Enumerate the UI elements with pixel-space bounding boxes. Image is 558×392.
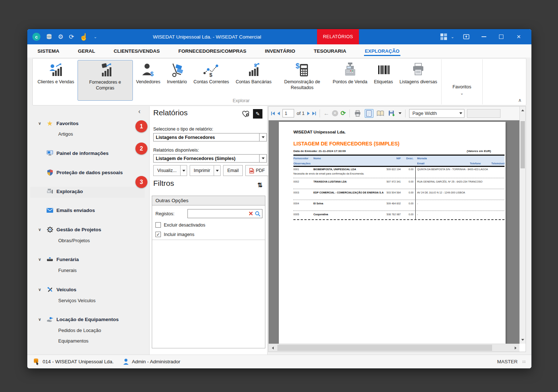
previous-page-button[interactable]	[277, 112, 280, 115]
scroll-right-icon[interactable]	[511, 344, 519, 352]
ribbon-item-etiquetas[interactable]: Etiquetas	[371, 60, 396, 101]
minimize-button[interactable]	[478, 29, 489, 44]
resize-grip[interactable]	[523, 361, 526, 363]
horizontal-scroll-thumb[interactable]	[277, 345, 492, 351]
clear-search-icon[interactable]: ✕	[249, 211, 253, 217]
print-dropdown-arrow[interactable]	[214, 165, 220, 176]
ribbon-item-clientes-e-vendas[interactable]: Clientes e Vendas	[34, 60, 78, 101]
zoom-select[interactable]: Page Width	[409, 109, 464, 118]
export-save-icon[interactable]	[387, 109, 396, 118]
scroll-down-icon[interactable]	[520, 337, 526, 343]
favorite-add-icon[interactable]	[241, 110, 250, 119]
tab-inventario[interactable]: INVENTÁRIO	[264, 46, 296, 56]
tab-exploracao[interactable]: EXPLORAÇÃO	[364, 46, 400, 56]
refresh-icon[interactable]: ⟳	[69, 34, 74, 40]
vertical-scroll-thumb[interactable]	[521, 121, 525, 168]
exclude-disabled-checkbox-row[interactable]: Excluir desactivados	[155, 222, 205, 228]
sidebar-group-veiculos[interactable]: ∨ Veículos	[38, 287, 76, 293]
sidebar-item-exploracao[interactable]: Exploração	[45, 189, 83, 194]
print-split-button[interactable]: Imprimir	[190, 165, 221, 176]
filters-refresh-icon[interactable]: ⇄	[256, 182, 264, 187]
page-number-input[interactable]: 1	[282, 109, 294, 117]
layout-chevron-icon[interactable]: ⌄	[449, 29, 456, 44]
sidebar-item-equipamentos[interactable]: Equipamentos	[58, 338, 88, 344]
close-button[interactable]: ×	[513, 29, 524, 44]
scroll-left-icon[interactable]	[269, 344, 277, 352]
print-layout-icon[interactable]	[365, 109, 373, 118]
dropdown-arrow-icon[interactable]	[259, 133, 266, 141]
dropdown-arrow-icon[interactable]	[458, 112, 464, 114]
chevron-down-icon[interactable]: ∨	[38, 287, 45, 292]
sidebar-item-obras-projetos[interactable]: Obras/Projetos	[58, 238, 90, 243]
include-images-checkbox-row[interactable]: ✓ Incluir imagens	[155, 232, 194, 237]
refresh-report-icon[interactable]: ⟳	[341, 109, 346, 117]
settings-gear-icon[interactable]: ⚙	[58, 34, 63, 40]
ribbon-item-contas-bancarias[interactable]: $ Contas Bancárias	[232, 60, 275, 101]
horizontal-scrollbar[interactable]	[269, 344, 519, 352]
registos-input[interactable]	[189, 209, 243, 218]
ribbon-item-inventario[interactable]: Inventário	[164, 60, 190, 101]
sidebar-group-gestao-projetos[interactable]: ∨ Gestão de Projetos	[38, 227, 101, 233]
email-button[interactable]: Email	[223, 165, 242, 176]
sidebar-group-funeraria[interactable]: ∨ Funerária	[38, 257, 79, 262]
registos-search-field[interactable]: ✕	[187, 209, 262, 218]
ribbon-item-pontos-de-venda[interactable]: Pontos de Venda	[329, 60, 371, 101]
sidebar-item-pedidos-locacao[interactable]: Pedidos de Locação	[58, 328, 101, 333]
maximize-button[interactable]	[496, 29, 507, 44]
available-reports-select[interactable]: Listagem de Fornecedores (Simples)	[153, 154, 267, 163]
vertical-scrollbar[interactable]	[519, 107, 526, 344]
chevron-down-icon[interactable]: ∨	[38, 227, 45, 232]
sidebar-item-servicos-veiculos[interactable]: Serviços Veículos	[58, 298, 96, 303]
restore-window-icon[interactable]	[461, 29, 472, 44]
export-dropdown-arrow[interactable]	[399, 112, 401, 114]
edit-report-icon[interactable]: ✎	[253, 109, 262, 119]
tab-sistema[interactable]: SISTEMA	[37, 46, 60, 56]
tab-fornecedores-compras[interactable]: FORNECEDORES/COMPRAS	[178, 46, 247, 56]
checkbox-checked-icon[interactable]: ✓	[155, 232, 161, 237]
cancel-rendering-icon[interactable]: ✕	[332, 110, 338, 116]
find-text-input[interactable]	[467, 109, 500, 118]
back-button[interactable]: ←	[324, 110, 329, 117]
tab-tesouraria[interactable]: TESOURARIA	[313, 46, 347, 56]
ribbon-collapse-icon[interactable]: ∧	[518, 97, 522, 103]
company-status[interactable]: 014 - WISEDAT Unipessoal Lda.	[33, 358, 114, 365]
first-page-button[interactable]	[271, 112, 275, 115]
page-setup-icon[interactable]	[376, 109, 385, 118]
sidebar-item-painel-informacoes[interactable]: Painel de informações	[45, 150, 108, 156]
touch-mode-chevron-icon[interactable]: ⌄	[94, 35, 97, 39]
checkbox-unchecked-icon[interactable]	[155, 222, 161, 228]
layout-grid-icon[interactable]	[438, 29, 449, 44]
touch-mode-icon[interactable]: ☝	[80, 33, 88, 41]
ribbon-item-vendedores[interactable]: $ Vendedores	[133, 60, 164, 101]
scroll-up-icon[interactable]	[520, 107, 526, 113]
user-status[interactable]: Admin - Administrador	[123, 359, 180, 365]
sidebar-group-locacao-equipamentos[interactable]: ∨ Locação de Equipamentos	[38, 317, 119, 322]
chevron-down-icon[interactable]: ∨	[38, 121, 45, 126]
print-icon[interactable]	[353, 109, 362, 118]
sidebar-item-artigos[interactable]: Artigos	[58, 131, 73, 137]
sidebar-item-protecao-dados[interactable]: Proteção de dados pessoais	[45, 169, 123, 176]
next-page-button[interactable]	[307, 112, 310, 115]
visualize-dropdown-arrow[interactable]	[180, 165, 187, 176]
pdf-icon	[249, 168, 254, 173]
database-icon[interactable]	[46, 33, 52, 40]
visualize-split-button[interactable]: Visualiz...	[153, 165, 187, 176]
relatorios-mode-button[interactable]: RELATÓRIOS	[317, 29, 359, 44]
ribbon-item-contas-correntes[interactable]: $ Contas Correntes	[190, 60, 232, 101]
sidebar-item-funerais[interactable]: Funerais	[58, 268, 77, 273]
search-icon[interactable]	[255, 211, 261, 217]
other-options-header[interactable]: Outras Opções	[152, 196, 265, 205]
sidebar-collapse-icon[interactable]: ‹	[135, 108, 143, 115]
chevron-down-icon[interactable]: ∨	[38, 257, 45, 262]
last-page-button[interactable]	[312, 112, 316, 115]
tab-geral[interactable]: GERAL	[77, 46, 96, 56]
sidebar-item-emails-enviados[interactable]: Emails enviados	[45, 208, 95, 213]
ribbon-item-fornecedores-e-compras[interactable]: Fornecedores e Compras	[78, 60, 133, 101]
chevron-down-icon[interactable]: ∨	[38, 317, 45, 322]
dropdown-arrow-icon[interactable]	[259, 155, 266, 162]
report-type-select[interactable]: Listagens de Fornecedores	[153, 133, 267, 141]
sidebar-group-favoritos[interactable]: ∨ ★ Favoritos	[38, 120, 79, 127]
ribbon-item-demonstracao-de-resultados[interactable]: $ Demonstração de Resultados	[275, 60, 329, 101]
ribbon-item-listagens-diversas[interactable]: Listagens diversas	[396, 60, 440, 101]
tab-clientes-vendas[interactable]: CLIENTES/VENDAS	[113, 46, 161, 56]
